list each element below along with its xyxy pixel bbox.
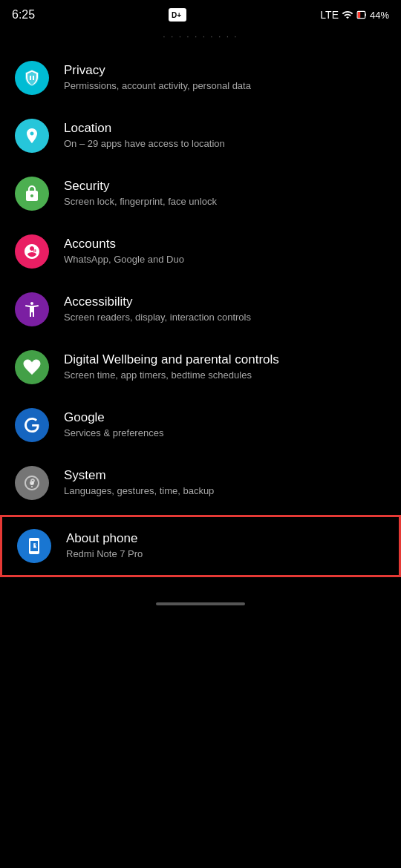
wellbeing-icon (23, 358, 41, 376)
battery-icon (356, 9, 367, 21)
accessibility-icon-circle (15, 292, 49, 326)
wellbeing-title: Digital Wellbeing and parental controls (64, 352, 386, 367)
location-icon-circle (15, 119, 49, 153)
privacy-text: Privacy Permissions, account activity, p… (64, 63, 386, 93)
accessibility-subtitle: Screen readers, display, interaction con… (64, 312, 386, 324)
system-icon (23, 474, 41, 492)
privacy-subtitle: Permissions, account activity, personal … (64, 80, 386, 93)
svg-text:D+: D+ (172, 11, 181, 19)
system-title: System (64, 468, 386, 483)
accounts-subtitle: WhatsApp, Google and Duo (64, 254, 386, 266)
lte-indicator: LTE (320, 9, 339, 21)
google-icon (23, 416, 41, 434)
home-bar (156, 602, 245, 605)
signal-icon (342, 9, 353, 21)
location-subtitle: On – 29 apps have access to location (64, 138, 386, 151)
google-subtitle: Services & preferences (64, 427, 386, 440)
disney-icon: D+ (169, 8, 186, 22)
security-subtitle: Screen lock, fingerprint, face unlock (64, 196, 386, 208)
security-icon-circle (15, 177, 49, 211)
svg-point-6 (30, 365, 34, 369)
security-title: Security (64, 179, 386, 194)
settings-item-location[interactable]: Location On – 29 apps have access to loc… (0, 107, 401, 165)
svg-rect-2 (365, 13, 366, 16)
system-icon-circle (15, 466, 49, 500)
status-time: 6:25 (12, 8, 35, 22)
security-text: Security Screen lock, fingerprint, face … (64, 179, 386, 208)
settings-item-system[interactable]: System Languages, gestures, time, backup (0, 454, 401, 512)
accounts-icon: ID (23, 243, 41, 260)
about-phone-title: About phone (66, 531, 384, 546)
location-icon (23, 127, 41, 145)
accounts-icon-circle: ID (15, 234, 49, 269)
about-icon (25, 537, 43, 555)
settings-list: Privacy Permissions, account activity, p… (0, 49, 401, 577)
accessibility-text: Accessibility Screen readers, display, i… (64, 295, 386, 324)
status-icons: D+ (169, 8, 186, 22)
home-indicator (0, 580, 401, 611)
battery-percent: 44% (370, 10, 389, 21)
location-title: Location (64, 121, 386, 136)
accessibility-icon (23, 300, 41, 318)
privacy-icon (23, 69, 41, 87)
wellbeing-icon-circle (15, 350, 49, 384)
settings-item-digital-wellbeing[interactable]: Digital Wellbeing and parental controls … (0, 338, 401, 396)
svg-rect-3 (358, 12, 361, 18)
wellbeing-subtitle: Screen time, app timers, bedtime schedul… (64, 369, 386, 382)
wellbeing-text: Digital Wellbeing and parental controls … (64, 352, 386, 382)
status-bar: 6:25 D+ LTE 44% (0, 0, 401, 27)
google-title: Google (64, 410, 386, 425)
security-icon (23, 185, 41, 203)
accounts-title: Accounts (64, 237, 386, 251)
location-text: Location On – 29 apps have access to loc… (64, 121, 386, 151)
settings-item-google[interactable]: Google Services & preferences (0, 396, 401, 454)
google-text: Google Services & preferences (64, 410, 386, 440)
about-phone-text: About phone Redmi Note 7 Pro (66, 531, 384, 561)
accounts-text: Accounts WhatsApp, Google and Duo (64, 237, 386, 266)
settings-item-accounts[interactable]: ID Accounts WhatsApp, Google and Duo (0, 223, 401, 280)
partial-text: · · · · · · · · · · (163, 31, 238, 42)
settings-item-accessibility[interactable]: Accessibility Screen readers, display, i… (0, 280, 401, 338)
top-partial: · · · · · · · · · · (0, 27, 401, 49)
svg-point-7 (30, 481, 34, 485)
accessibility-title: Accessibility (64, 295, 386, 309)
privacy-title: Privacy (64, 63, 386, 78)
about-phone-subtitle: Redmi Note 7 Pro (66, 548, 384, 561)
status-right: LTE 44% (320, 9, 389, 21)
settings-item-security[interactable]: Security Screen lock, fingerprint, face … (0, 165, 401, 223)
svg-text:ID: ID (34, 249, 38, 253)
system-subtitle: Languages, gestures, time, backup (64, 485, 386, 498)
privacy-icon-circle (15, 61, 49, 95)
about-icon-circle (17, 529, 51, 563)
google-icon-circle (15, 408, 49, 442)
settings-item-privacy[interactable]: Privacy Permissions, account activity, p… (0, 49, 401, 107)
system-text: System Languages, gestures, time, backup (64, 468, 386, 498)
settings-item-about-phone[interactable]: About phone Redmi Note 7 Pro (0, 515, 401, 577)
